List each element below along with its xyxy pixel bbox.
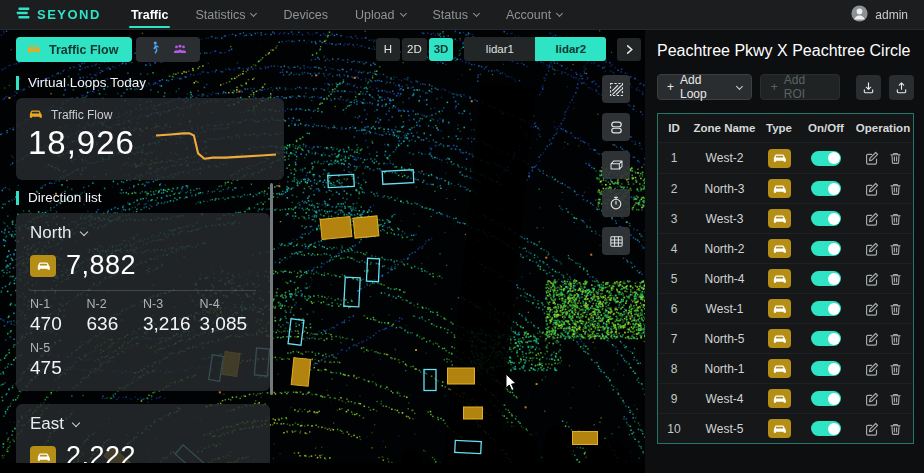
loop-value: 3,216 xyxy=(143,313,200,335)
lidar1-button[interactable]: lidar1 xyxy=(464,37,535,61)
nav-item[interactable]: Upload xyxy=(355,0,406,30)
lidar2-button[interactable]: lidar2 xyxy=(535,37,606,61)
vehicle-box-icon[interactable] xyxy=(602,151,630,179)
plus-icon: + xyxy=(667,80,674,94)
row-onoff-cell xyxy=(799,211,853,226)
row-zone-name: North-1 xyxy=(690,362,759,376)
nav-item[interactable]: Account xyxy=(506,0,562,30)
row-id: 6 xyxy=(658,302,690,316)
crowd-icon[interactable] xyxy=(173,41,187,59)
grid-icon[interactable] xyxy=(602,227,630,255)
loop-pair-icon[interactable] xyxy=(602,113,630,141)
add-loop-button[interactable]: + Add Loop xyxy=(657,74,752,100)
table-row: 1 West-2 xyxy=(658,143,913,173)
row-zone-name: North-2 xyxy=(690,242,759,256)
delete-icon[interactable] xyxy=(889,182,902,196)
onoff-toggle[interactable] xyxy=(811,361,841,376)
north-total-value: 7,882 xyxy=(66,250,136,281)
delete-icon[interactable] xyxy=(889,242,902,256)
row-type-cell xyxy=(759,269,799,288)
lidar-viewport[interactable]: Traffic Flow xyxy=(0,30,645,473)
edit-icon[interactable] xyxy=(865,151,879,165)
pedestrian-icon[interactable] xyxy=(150,41,160,59)
onoff-toggle[interactable] xyxy=(811,241,841,256)
edit-icon[interactable] xyxy=(865,392,879,406)
nav-item-label: Traffic xyxy=(131,8,169,22)
onoff-toggle[interactable] xyxy=(811,421,841,436)
edit-icon[interactable] xyxy=(865,302,879,316)
north-collapse-header[interactable]: North xyxy=(30,223,256,243)
loop-label: N-5 xyxy=(30,341,87,355)
onoff-toggle[interactable] xyxy=(811,301,841,316)
selection-area-icon[interactable] xyxy=(602,75,630,103)
onoff-toggle[interactable] xyxy=(811,391,841,406)
view-mode-3d-button[interactable]: 3D xyxy=(429,38,454,61)
row-onoff-cell xyxy=(799,421,853,436)
user-chip[interactable]: admin xyxy=(851,5,908,25)
delete-icon[interactable] xyxy=(889,151,902,165)
onoff-toggle[interactable] xyxy=(811,271,841,286)
delete-icon[interactable] xyxy=(889,422,902,436)
edit-icon[interactable] xyxy=(865,182,879,196)
upload-button[interactable] xyxy=(889,75,914,100)
collapse-panel-button[interactable] xyxy=(617,38,641,61)
row-operation-cell xyxy=(853,242,913,256)
onoff-toggle[interactable] xyxy=(811,181,841,196)
delete-icon[interactable] xyxy=(889,272,902,286)
table-row: 8 North-1 xyxy=(658,353,913,383)
edit-icon[interactable] xyxy=(865,332,879,346)
direction-list-scrollbar[interactable] xyxy=(270,183,273,395)
delete-icon[interactable] xyxy=(889,302,902,316)
row-operation-cell xyxy=(853,422,913,436)
row-type-cell xyxy=(759,149,799,168)
delete-icon[interactable] xyxy=(889,392,902,406)
col-type: Type xyxy=(759,122,799,134)
user-name: admin xyxy=(875,8,908,22)
delete-icon[interactable] xyxy=(889,362,902,376)
timer-icon[interactable] xyxy=(602,189,630,217)
loop-label: N-1 xyxy=(30,297,87,311)
car-type-icon xyxy=(768,269,791,288)
chevron-down-icon xyxy=(399,9,406,16)
car-type-icon xyxy=(768,299,791,318)
nav-item[interactable]: Status xyxy=(433,0,479,30)
divider xyxy=(30,290,256,291)
row-id: 1 xyxy=(658,151,690,165)
object-mode-tabs: Traffic Flow xyxy=(16,37,200,62)
nav-item[interactable]: Traffic xyxy=(131,0,169,30)
view-mode-2d-button[interactable]: 2D xyxy=(402,38,427,61)
loop-label: N-2 xyxy=(87,297,144,311)
pedestrian-crowd-tabs[interactable] xyxy=(136,37,200,62)
onoff-toggle[interactable] xyxy=(811,331,841,346)
panel-actions: + Add Loop + Add ROI xyxy=(657,74,914,100)
table-row: 2 North-3 xyxy=(658,173,913,203)
traffic-flow-tab[interactable]: Traffic Flow xyxy=(16,37,132,62)
edit-icon[interactable] xyxy=(865,362,879,376)
nav-item[interactable]: Statistics xyxy=(195,0,256,30)
row-onoff-cell xyxy=(799,331,853,346)
nav-menu: Traffic Statistics Devices Upload Status… xyxy=(131,0,562,30)
onoff-toggle[interactable] xyxy=(811,211,841,226)
table-row: 10 West-5 xyxy=(658,413,913,443)
east-collapse-header[interactable]: East xyxy=(30,414,256,434)
edit-icon[interactable] xyxy=(865,242,879,256)
zones-table: ID Zone Name Type On/Off Operation 1 Wes… xyxy=(657,113,914,444)
view-mode-h-button[interactable]: H xyxy=(376,38,400,61)
download-button[interactable] xyxy=(856,75,881,100)
lidar-selector: lidar1 lidar2 xyxy=(464,37,606,61)
edit-icon[interactable] xyxy=(865,212,879,226)
add-roi-button[interactable]: + Add ROI xyxy=(760,74,841,100)
car-type-icon xyxy=(768,179,791,198)
delete-icon[interactable] xyxy=(889,212,902,226)
direction-list-section-title: Direction list xyxy=(16,190,102,205)
north-total-row: 7,882 xyxy=(30,250,256,281)
edit-icon[interactable] xyxy=(865,422,879,436)
delete-icon[interactable] xyxy=(889,332,902,346)
direction-loop-cell: N-4 3,085 xyxy=(200,297,257,335)
north-loops-grid: N-1 470 N-2 636 N-3 3,216 N-4 3,085 N-5 … xyxy=(30,297,256,379)
edit-icon[interactable] xyxy=(865,272,879,286)
onoff-toggle[interactable] xyxy=(811,151,841,166)
traffic-flow-card: Traffic Flow 18,926 xyxy=(16,98,284,180)
nav-item[interactable]: Devices xyxy=(283,0,327,30)
view-controls: H 2D 3D lidar1 lidar2 xyxy=(376,37,641,61)
